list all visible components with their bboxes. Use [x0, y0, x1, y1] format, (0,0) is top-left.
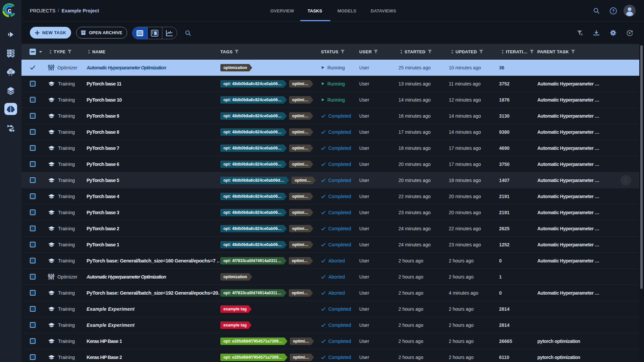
- svg-text:?: ?: [612, 9, 615, 13]
- svg-text:c: c: [8, 6, 12, 14]
